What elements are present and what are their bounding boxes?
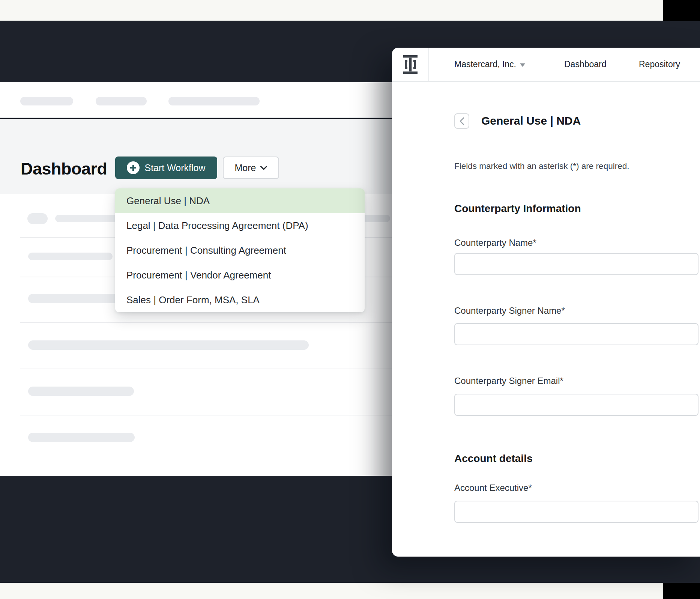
section-heading-account-details: Account details [454,453,532,465]
counterparty-signer-name-input[interactable] [454,323,698,345]
chevron-down-icon [260,166,267,170]
section-heading-counterparty: Counterparty Information [454,203,581,215]
menu-item-sales-order-form[interactable]: Sales | Order Form, MSA, SLA [115,287,365,312]
account-executive-input[interactable] [454,501,698,523]
skeleton-avatar [27,213,48,224]
menu-item-procurement-vendor[interactable]: Procurement | Vendor Agreement [115,263,365,287]
menu-item-procurement-consulting[interactable]: Procurement | Consulting Agreement [115,238,365,263]
workflow-form-panel: Mastercard, Inc. Dashboard Repository Ge… [392,48,700,557]
skeleton-pill [20,97,73,105]
nav-item-repository[interactable]: Repository [639,48,680,81]
field-label-account-executive: Account Executive* [454,483,532,493]
top-right-black-block [663,0,700,21]
row-divider [20,415,395,415]
bottom-light-strip [0,583,663,599]
chevron-left-icon [459,117,465,125]
start-workflow-button[interactable]: Start Workflow [115,157,217,179]
skeleton-bar [28,387,134,396]
bottom-right-black-block [663,583,700,599]
more-button[interactable]: More [223,157,279,179]
logo-cell[interactable] [392,48,429,81]
required-note: Fields marked with an asterisk (*) are r… [454,161,629,171]
company-switcher[interactable]: Mastercard, Inc. [454,48,525,81]
row-divider [20,322,395,323]
skeleton-pill [96,97,147,105]
field-label-counterparty-signer-email: Counterparty Signer Email* [454,376,563,386]
form-title: General Use | NDA [481,114,581,127]
company-name: Mastercard, Inc. [454,59,516,69]
workflow-template-menu: General Use | NDA Legal | Data Processin… [115,188,365,312]
field-label-counterparty-name: Counterparty Name* [454,238,536,248]
caret-down-icon [520,63,525,67]
more-label: More [235,163,256,173]
skeleton-bar [28,253,113,260]
skeleton-pill [168,97,260,105]
back-button[interactable] [454,113,469,129]
field-label-counterparty-signer-name: Counterparty Signer Name* [454,306,565,316]
skeleton-bar [28,433,135,442]
skeleton-bar [28,340,309,350]
counterparty-signer-email-input[interactable] [454,394,698,416]
menu-item-legal-dpa[interactable]: Legal | Data Processing Agreement (DPA) [115,213,365,238]
row-divider [20,369,395,369]
nav-item-dashboard[interactable]: Dashboard [564,48,607,81]
start-workflow-label: Start Workflow [144,163,205,173]
plus-circle-icon [127,161,140,174]
panel-top-nav: Mastercard, Inc. Dashboard Repository [392,48,700,82]
ironclad-logo-icon [403,55,418,74]
menu-item-general-use-nda[interactable]: General Use | NDA [115,188,365,213]
page-title: Dashboard [21,159,107,179]
counterparty-name-input[interactable] [454,253,698,275]
